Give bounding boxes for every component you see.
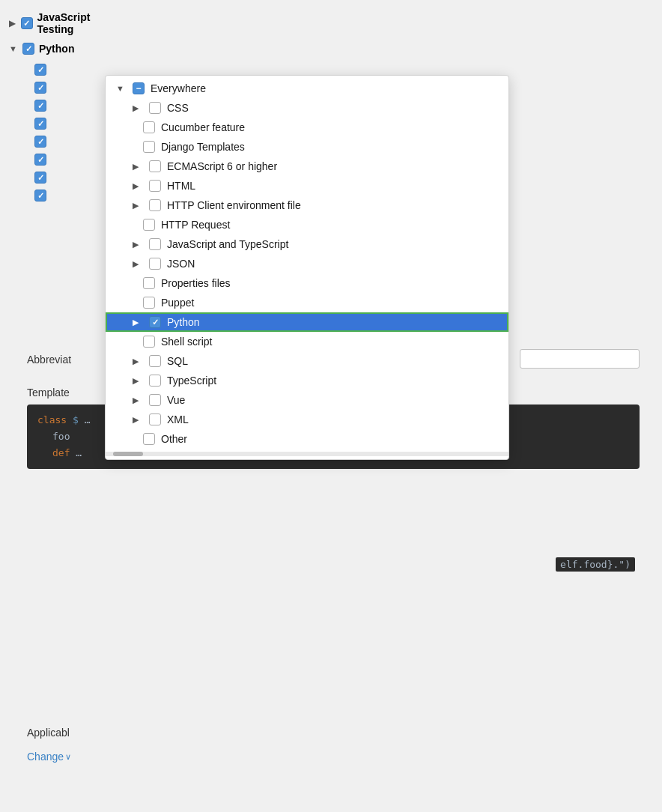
code-right-fragment: elf.food}.") [556, 557, 635, 572]
checkbox-http-client[interactable] [149, 199, 161, 211]
abbreviation-input[interactable] [520, 349, 640, 369]
checkbox-http-request[interactable] [143, 219, 155, 231]
dropdown-item-everywhere[interactable]: ▼ − Everywhere [106, 79, 508, 98]
checkbox-other[interactable] [143, 433, 155, 445]
dropdown-item-json[interactable]: ▶ JSON [106, 254, 508, 273]
checkbox-css[interactable] [149, 102, 161, 114]
checkbox-cucumber[interactable] [143, 121, 155, 133]
typescript-label: TypeScript [167, 375, 216, 387]
other-label: Other [161, 433, 187, 445]
dropdown-item-vue[interactable]: ▶ Vue [106, 390, 508, 410]
tree-item-js-testing[interactable]: ▶ ✓ JavaScript Testing [6, 7, 114, 39]
dropdown-item-python[interactable]: ▶ ✓ Python [106, 312, 508, 332]
chevron-right-http-client-icon: ▶ [133, 201, 143, 210]
checkbox-shell[interactable] [143, 336, 155, 348]
checkbox-html[interactable] [149, 180, 161, 192]
http-client-label: HTTP Client environment file [167, 199, 301, 211]
chevron-right-vue-icon: ▶ [133, 396, 143, 405]
applicable-label: Applicabl [27, 727, 70, 739]
chevron-right-python-icon: ▶ [133, 318, 143, 327]
python-dropdown-label: Python [167, 316, 200, 328]
chevron-down-icon: ▼ [9, 44, 18, 53]
tree-checkbox-3[interactable]: ✓ [34, 100, 46, 112]
tree-checkbox-1[interactable]: ✓ [34, 64, 46, 76]
checkbox-properties[interactable] [143, 277, 155, 289]
dropdown-item-sql[interactable]: ▶ SQL [106, 351, 508, 371]
properties-label: Properties files [161, 277, 231, 289]
checkbox-xml[interactable] [149, 413, 161, 425]
python-label: Python [39, 43, 74, 55]
checkbox-js-testing[interactable]: ✓ [21, 17, 33, 29]
dropdown-item-html[interactable]: ▶ HTML [106, 176, 508, 196]
django-label: Django Templates [161, 141, 245, 153]
chevron-right-typescript-icon: ▶ [133, 376, 143, 386]
checkbox-sql[interactable] [149, 355, 161, 367]
chevron-right-icon: ▶ [9, 19, 16, 28]
dropdown-scrollbar[interactable] [106, 452, 508, 456]
sql-label: SQL [167, 355, 188, 367]
puppet-label: Puppet [161, 297, 194, 309]
chevron-right-js-ts-icon: ▶ [133, 240, 143, 249]
checkbox-typescript[interactable] [149, 375, 161, 387]
tree-checkbox-2[interactable]: ✓ [34, 82, 46, 94]
change-label: Change [27, 751, 64, 763]
checkbox-json[interactable] [149, 258, 161, 270]
dropdown-popup: ▼ − Everywhere ▶ CSS Cucumber feature Dj… [105, 75, 509, 460]
http-request-label: HTTP Request [161, 219, 230, 231]
html-label: HTML [167, 180, 195, 192]
chevron-right-ecma-icon: ▶ [133, 162, 143, 172]
shell-label: Shell script [161, 336, 212, 348]
json-label: JSON [167, 258, 195, 270]
vue-label: Vue [167, 394, 185, 406]
chevron-right-sql-icon: ▶ [133, 357, 143, 366]
template-label: Template [27, 387, 70, 399]
ecma-label: ECMAScript 6 or higher [167, 160, 277, 172]
top-tree: ▶ ✓ JavaScript Testing ▼ ✓ Python ✓ ✓ ✓ … [0, 0, 120, 211]
js-ts-label: JavaScript and TypeScript [167, 238, 288, 250]
checkbox-everywhere[interactable]: − [133, 82, 145, 94]
tree-checkbox-8[interactable]: ✓ [34, 190, 46, 202]
dropdown-item-properties[interactable]: Properties files [106, 273, 508, 293]
dropdown-item-js-ts[interactable]: ▶ JavaScript and TypeScript [106, 234, 508, 254]
dropdown-item-xml[interactable]: ▶ XML [106, 410, 508, 429]
dropdown-item-puppet[interactable]: Puppet [106, 293, 508, 312]
everywhere-label: Everywhere [151, 82, 206, 94]
cucumber-label: Cucumber feature [161, 121, 245, 133]
dropdown-item-http-request[interactable]: HTTP Request [106, 215, 508, 234]
tree-checkbox-6[interactable]: ✓ [34, 154, 46, 166]
abbreviation-label: Abbreviat [27, 354, 71, 366]
tree-checkbox-4[interactable]: ✓ [34, 118, 46, 130]
dropdown-item-other[interactable]: Other [106, 429, 508, 449]
tree-checkbox-7[interactable]: ✓ [34, 172, 46, 184]
chevron-right-xml-icon: ▶ [133, 415, 143, 425]
checkbox-python-dropdown[interactable]: ✓ [149, 316, 161, 328]
tree-item-python[interactable]: ▼ ✓ Python [6, 39, 114, 58]
tree-checkbox-5[interactable]: ✓ [34, 136, 46, 148]
change-link[interactable]: Change ∨ [27, 751, 71, 763]
chevron-right-html-icon: ▶ [133, 181, 143, 191]
dropdown-item-http-client[interactable]: ▶ HTTP Client environment file [106, 196, 508, 215]
css-label: CSS [167, 102, 189, 114]
checkbox-puppet[interactable] [143, 297, 155, 309]
dropdown-item-ecma[interactable]: ▶ ECMAScript 6 or higher [106, 157, 508, 176]
chevron-down-icon: ∨ [65, 752, 71, 762]
checkbox-vue[interactable] [149, 394, 161, 406]
chevron-right-json-icon: ▶ [133, 259, 143, 269]
checkbox-ecma[interactable] [149, 160, 161, 172]
dropdown-item-shell[interactable]: Shell script [106, 332, 508, 351]
checkbox-django[interactable] [143, 141, 155, 153]
checkbox-js-ts[interactable] [149, 238, 161, 250]
xml-label: XML [167, 413, 189, 425]
checkbox-python[interactable]: ✓ [22, 43, 34, 55]
dropdown-item-typescript[interactable]: ▶ TypeScript [106, 371, 508, 390]
dropdown-item-cucumber[interactable]: Cucumber feature [106, 118, 508, 137]
dropdown-item-django[interactable]: Django Templates [106, 137, 508, 157]
chevron-down-everywhere-icon: ▼ [116, 84, 127, 93]
chevron-right-css-icon: ▶ [133, 103, 143, 113]
dropdown-item-css[interactable]: ▶ CSS [106, 98, 508, 118]
js-testing-label: JavaScript Testing [37, 11, 111, 35]
